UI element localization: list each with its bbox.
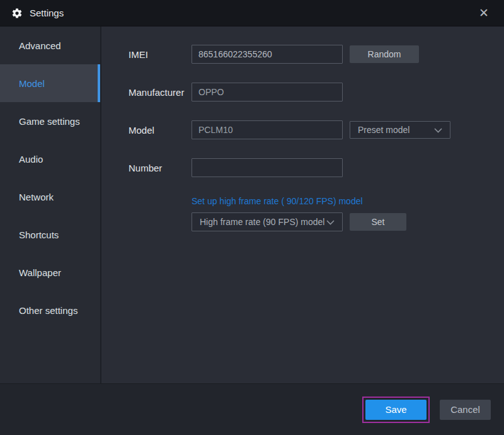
sidebar-item-label: Game settings xyxy=(19,116,80,127)
sidebar-item-audio[interactable]: Audio xyxy=(0,140,100,178)
sidebar-item-game-settings[interactable]: Game settings xyxy=(0,102,100,140)
sidebar-item-label: Advanced xyxy=(19,40,61,51)
manufacturer-input[interactable] xyxy=(192,83,343,102)
number-row: Number xyxy=(129,158,504,177)
sidebar-item-label: Other settings xyxy=(19,305,77,316)
sidebar-item-wallpaper[interactable]: Wallpaper xyxy=(0,253,100,291)
cancel-button[interactable]: Cancel xyxy=(440,400,491,420)
imei-input[interactable] xyxy=(192,45,343,64)
preset-model-dropdown[interactable]: Preset model xyxy=(350,121,450,139)
window-body: Advanced Model Game settings Audio Netwo… xyxy=(0,26,504,383)
preset-model-dropdown-value: Preset model xyxy=(358,125,410,135)
sidebar-item-shortcuts[interactable]: Shortcuts xyxy=(0,216,100,253)
sidebar-item-label: Wallpaper xyxy=(19,267,61,278)
settings-gear-icon xyxy=(11,8,23,19)
window-title: Settings xyxy=(30,8,64,18)
model-input[interactable] xyxy=(192,120,343,139)
sidebar-item-label: Audio xyxy=(19,154,43,165)
set-button[interactable]: Set xyxy=(350,213,406,231)
footer-bar: Save Cancel xyxy=(0,383,504,435)
sidebar: Advanced Model Game settings Audio Netwo… xyxy=(0,26,101,383)
sidebar-item-model[interactable]: Model xyxy=(0,64,100,102)
sidebar-item-label: Model xyxy=(19,78,45,89)
sidebar-item-advanced[interactable]: Advanced xyxy=(0,26,100,64)
number-input[interactable] xyxy=(192,158,343,177)
sidebar-item-other-settings[interactable]: Other settings xyxy=(0,291,100,329)
high-frame-rate-caption: Set up high frame rate ( 90/120 FPS) mod… xyxy=(192,196,504,206)
titlebar: Settings ✕ xyxy=(0,0,504,26)
high-frame-rate-row: High frame rate (90 FPS) model Set xyxy=(192,212,504,231)
close-icon[interactable]: ✕ xyxy=(475,4,493,21)
chevron-down-icon xyxy=(326,217,335,227)
model-row: Model Preset model xyxy=(129,120,504,139)
chevron-down-icon xyxy=(434,125,442,135)
number-label: Number xyxy=(129,163,192,173)
sidebar-item-label: Network xyxy=(19,192,54,202)
random-button[interactable]: Random xyxy=(350,45,419,63)
high-frame-rate-dropdown[interactable]: High frame rate (90 FPS) model xyxy=(192,212,343,231)
imei-row: IMEI Random xyxy=(129,45,504,64)
settings-window: Settings ✕ Advanced Model Game settings … xyxy=(0,0,504,435)
sidebar-item-label: Shortcuts xyxy=(19,229,59,240)
save-button[interactable]: Save xyxy=(365,400,427,420)
manufacturer-label: Manufacturer xyxy=(129,87,192,98)
manufacturer-row: Manufacturer xyxy=(129,83,504,102)
model-label: Model xyxy=(129,125,192,136)
high-frame-rate-dropdown-value: High frame rate (90 FPS) model xyxy=(200,217,324,227)
sidebar-item-network[interactable]: Network xyxy=(0,178,100,216)
save-button-highlight: Save xyxy=(362,397,430,423)
imei-label: IMEI xyxy=(129,49,192,60)
model-settings-panel: IMEI Random Manufacturer Model Preset mo… xyxy=(101,26,504,383)
